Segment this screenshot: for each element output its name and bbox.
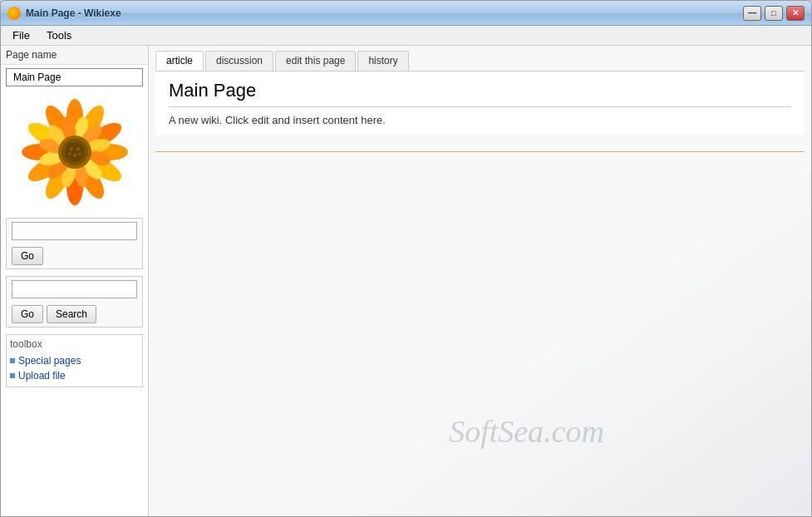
- special-pages-link[interactable]: Special pages: [10, 353, 139, 368]
- flower-logo: [21, 98, 129, 206]
- menu-bar: File Tools: [1, 26, 811, 46]
- sidebar-section-header: Page name: [1, 46, 148, 65]
- main-layout: Page name Main Page: [1, 46, 811, 516]
- tab-article[interactable]: article: [155, 51, 204, 71]
- bullet-icon-2: [10, 373, 15, 378]
- close-button[interactable]: ✕: [786, 6, 805, 21]
- app-icon: [7, 7, 21, 20]
- tab-discussion[interactable]: discussion: [205, 51, 273, 71]
- menu-tools[interactable]: Tools: [38, 27, 80, 44]
- window-controls: — □ ✕: [743, 6, 805, 21]
- sidebar: Page name Main Page: [1, 46, 149, 516]
- svg-point-27: [70, 147, 73, 150]
- tab-edit-this-page[interactable]: edit this page: [275, 51, 356, 71]
- window-title: Main Page - Wikiexe: [26, 7, 743, 19]
- page-title: Main Page: [169, 80, 791, 107]
- menu-file[interactable]: File: [4, 27, 38, 44]
- content-area: SoftSea.com article discussion edit this…: [149, 46, 811, 516]
- maximize-button[interactable]: □: [765, 6, 783, 21]
- svg-point-26: [65, 142, 85, 162]
- toolbox-title: toolbox: [10, 338, 139, 350]
- svg-point-28: [76, 147, 80, 150]
- go-button[interactable]: Go: [12, 247, 43, 265]
- special-pages-label: Special pages: [18, 355, 81, 367]
- logo-area: [1, 90, 148, 214]
- nav-box: Go: [6, 218, 143, 269]
- tab-history[interactable]: history: [357, 51, 408, 71]
- nav-buttons: Go: [7, 244, 142, 268]
- upload-file-link[interactable]: Upload file: [10, 368, 139, 383]
- tabs-bar: article discussion edit this page histor…: [149, 46, 811, 71]
- svg-point-31: [78, 153, 81, 155]
- bottom-separator: [155, 151, 805, 152]
- toolbox: toolbox Special pages Upload file: [6, 334, 143, 387]
- search-box: Go Search: [6, 276, 143, 327]
- application-window: Main Page - Wikiexe — □ ✕ File Tools Pag…: [0, 0, 812, 517]
- content-body: Main Page A new wiki. Click edit and ins…: [155, 71, 805, 135]
- search-buttons: Go Search: [7, 302, 142, 327]
- nav-input[interactable]: [12, 222, 137, 240]
- go-search-button[interactable]: Go: [12, 305, 43, 323]
- search-button[interactable]: Search: [47, 305, 96, 323]
- minimize-button[interactable]: —: [743, 6, 761, 21]
- sidebar-page-main[interactable]: Main Page: [6, 68, 143, 86]
- watermark: SoftSea.com: [449, 413, 604, 450]
- page-body: A new wiki. Click edit and insert conten…: [169, 114, 791, 126]
- svg-point-29: [73, 154, 76, 157]
- upload-file-label: Upload file: [18, 370, 66, 382]
- bullet-icon: [10, 358, 15, 363]
- title-bar: Main Page - Wikiexe — □ ✕: [1, 1, 811, 26]
- svg-point-30: [68, 153, 71, 155]
- search-input[interactable]: [12, 280, 137, 298]
